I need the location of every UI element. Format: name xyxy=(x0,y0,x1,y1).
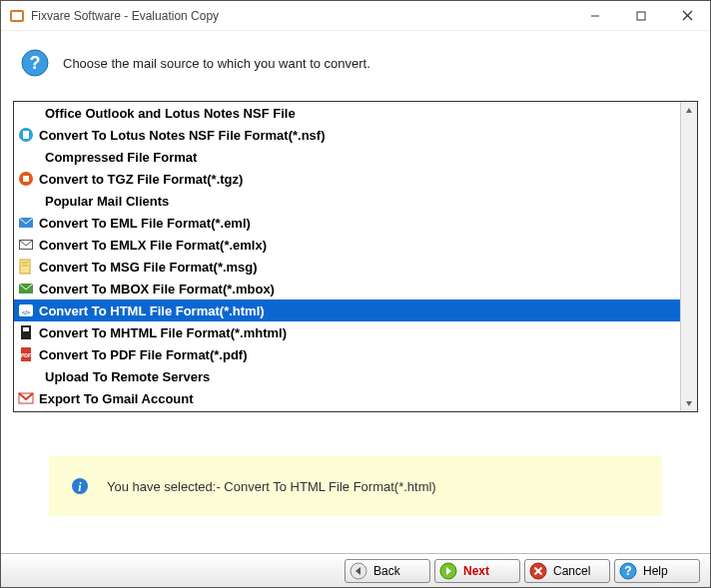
svg-rect-21 xyxy=(23,327,29,331)
back-arrow-icon xyxy=(350,562,367,580)
html-icon: </> xyxy=(18,302,34,318)
msg-icon xyxy=(18,259,34,275)
svg-text:PDF: PDF xyxy=(21,352,31,358)
cancel-button[interactable]: Cancel xyxy=(524,559,610,583)
cancel-icon xyxy=(529,562,547,580)
emlx-icon xyxy=(18,237,34,253)
list-item[interactable]: Convert to TGZ File Format(*.tgz) xyxy=(14,168,680,190)
list-group-header: Office Outlook and Lotus Notes NSF File xyxy=(14,102,680,124)
close-button[interactable] xyxy=(664,1,710,31)
svg-text:?: ? xyxy=(30,53,41,73)
svg-text:?: ? xyxy=(624,564,631,578)
scroll-up-button[interactable] xyxy=(681,102,697,119)
window-title: Fixvare Software - Evaluation Copy xyxy=(31,9,572,23)
list-group-header: Compressed File Format xyxy=(14,146,680,168)
list-item-label: Convert To MBOX File Format(*.mbox) xyxy=(39,282,275,296)
list-item[interactable]: Convert To Lotus Notes NSF File Format(*… xyxy=(14,124,680,146)
svg-rect-9 xyxy=(23,131,29,139)
back-button[interactable]: Back xyxy=(345,559,430,583)
list-item[interactable]: Convert To MBOX File Format(*.mbox) xyxy=(14,278,680,299)
list-item-label: Office Outlook and Lotus Notes NSF File xyxy=(45,106,296,121)
titlebar: Fixvare Software - Evaluation Copy xyxy=(1,1,710,31)
help-label: Help xyxy=(643,564,668,578)
list-item-label: Popular Mail Clients xyxy=(45,194,169,209)
list-item[interactable]: </>Convert To HTML File Format(*.html) xyxy=(14,299,680,321)
question-icon: ? xyxy=(21,49,49,77)
svg-marker-26 xyxy=(686,401,692,406)
app-window: Fixvare Software - Evaluation Copy ? Cho… xyxy=(0,0,711,588)
list-item-label: Convert To HTML File Format(*.html) xyxy=(39,303,265,318)
list-item-label: Convert To EMLX File Format(*.emlx) xyxy=(39,238,267,253)
tgz-icon xyxy=(18,171,34,187)
instruction-header: ? Choose the mail source to which you wa… xyxy=(1,31,710,101)
format-list[interactable]: Office Outlook and Lotus Notes NSF FileC… xyxy=(14,102,680,411)
footer-bar: Back Next Cancel ? Help xyxy=(1,553,710,587)
list-item-label: Upload To Remote Servers xyxy=(45,369,210,384)
next-label: Next xyxy=(463,564,489,578)
pdf-icon: PDF xyxy=(18,346,34,362)
gmail-icon xyxy=(18,390,34,406)
selection-info-text: You have selected:- Convert To HTML File… xyxy=(107,479,436,494)
list-item[interactable]: Convert To EMLX File Format(*.emlx) xyxy=(14,234,680,256)
format-list-container: Office Outlook and Lotus Notes NSF FileC… xyxy=(13,101,698,412)
list-item-label: Export To Gmail Account xyxy=(39,391,194,406)
list-item-label: Convert to TGZ File Format(*.tgz) xyxy=(39,172,243,187)
list-group-header: Upload To Remote Servers xyxy=(14,365,680,387)
list-item-label: Convert To Lotus Notes NSF File Format(*… xyxy=(39,128,326,143)
list-item-label: Convert To PDF File Format(*.pdf) xyxy=(39,347,247,362)
scrollbar[interactable] xyxy=(680,102,697,411)
list-group-header: Popular Mail Clients xyxy=(14,190,680,212)
next-arrow-icon xyxy=(439,562,457,580)
list-item-label: Convert To EML File Format(*.eml) xyxy=(39,216,251,231)
list-item[interactable]: PDFConvert To PDF File Format(*.pdf) xyxy=(14,343,680,365)
instruction-text: Choose the mail source to which you want… xyxy=(63,56,370,71)
cancel-label: Cancel xyxy=(553,564,590,578)
svg-rect-11 xyxy=(23,176,29,182)
list-item[interactable]: Convert To MHTML File Format(*.mhtml) xyxy=(14,321,680,343)
svg-text:</>: </> xyxy=(22,309,31,315)
info-icon: i xyxy=(71,477,89,495)
list-item-label: Convert To MHTML File Format(*.mhtml) xyxy=(39,325,287,340)
mbox-icon xyxy=(18,281,34,296)
svg-marker-25 xyxy=(686,108,692,113)
svg-rect-14 xyxy=(20,260,30,274)
selection-info-box: i You have selected:- Convert To HTML Fi… xyxy=(49,456,662,516)
mhtml-icon xyxy=(18,324,34,340)
svg-rect-1 xyxy=(12,12,22,20)
list-item-label: Convert To MSG File Format(*.msg) xyxy=(39,260,258,275)
list-item[interactable]: Convert To EML File Format(*.eml) xyxy=(14,212,680,234)
next-button[interactable]: Next xyxy=(434,559,520,583)
nsf-icon xyxy=(18,127,34,143)
help-button[interactable]: ? Help xyxy=(614,559,700,583)
list-item[interactable]: Export To Gmail Account xyxy=(14,387,680,409)
list-item-label: Compressed File Format xyxy=(45,150,197,165)
maximize-button[interactable] xyxy=(618,1,664,31)
minimize-button[interactable] xyxy=(572,1,618,31)
back-label: Back xyxy=(373,564,400,578)
help-icon: ? xyxy=(619,562,637,580)
app-icon xyxy=(9,8,25,24)
svg-rect-3 xyxy=(637,12,645,20)
list-item[interactable]: Convert To MSG File Format(*.msg) xyxy=(14,256,680,278)
eml-icon xyxy=(18,215,34,231)
scroll-down-button[interactable] xyxy=(681,394,697,411)
